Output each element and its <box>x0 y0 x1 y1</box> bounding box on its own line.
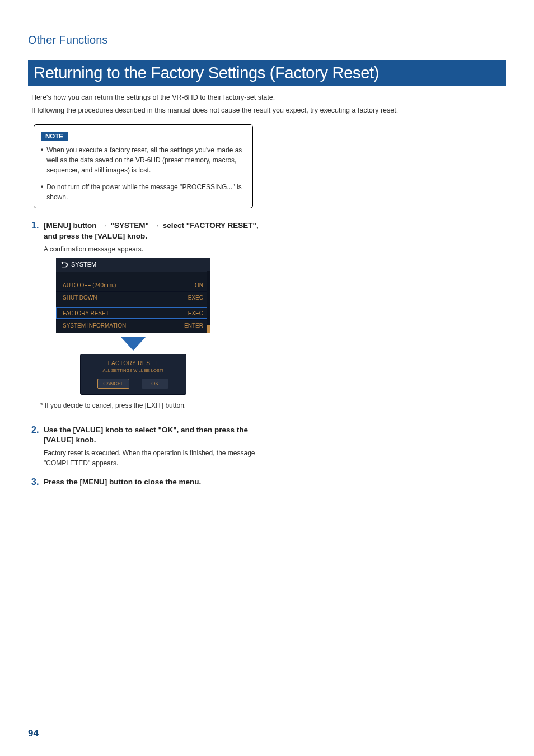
step-list: 1. [MENU] button → "SYSTEM" → select "FA… <box>31 221 262 490</box>
page-number: 94 <box>28 728 39 739</box>
section-header: Other Functions <box>28 34 506 48</box>
step-title: Press the [MENU] button to close the men… <box>44 477 262 488</box>
bullet-icon: • <box>41 182 46 202</box>
step-3: 3. Press the [MENU] button to close the … <box>31 477 262 490</box>
menu-row-label: SYSTEM INFORMATION <box>63 323 126 329</box>
footnote: * If you decide to cancel, press the [EX… <box>40 402 262 409</box>
factory-reset-dialog: FACTORY RESET ALL SETTINGS WILL BE LOST!… <box>80 354 186 395</box>
step-title: [MENU] button → "SYSTEM" → select "FACTO… <box>44 221 262 242</box>
step-1: 1. [MENU] button → "SYSTEM" → select "FA… <box>31 221 262 419</box>
ok-button: OK <box>142 379 168 389</box>
menu-row-label: AUTO OFF (240min.) <box>63 282 116 288</box>
dialog-buttons: CANCEL OK <box>86 379 180 389</box>
menu-row-value: ON <box>195 282 203 288</box>
note-text: When you execute a factory reset, all th… <box>46 145 246 175</box>
step-number: 1. <box>31 221 44 231</box>
menu-row-label: SHUT DOWN <box>63 295 97 301</box>
intro-line-1: Here's how you can return the settings o… <box>31 92 506 103</box>
screenshot-body: AUTO OFF (240min.) ON SHUT DOWN EXEC FAC… <box>56 272 210 333</box>
dialog-title: FACTORY RESET <box>86 360 180 366</box>
menu-row-value: EXEC <box>188 310 203 316</box>
arrow-right-icon: → <box>151 221 161 230</box>
arrow-right-icon: → <box>99 221 109 230</box>
menu-row-value: ENTER <box>184 323 203 329</box>
intro-line-2: If following the procedures described in… <box>31 105 506 116</box>
scrollbar-thumb <box>207 325 210 333</box>
screenshot-header: ⮌ SYSTEM <box>56 258 210 272</box>
note-list: • When you execute a factory reset, all … <box>41 145 246 202</box>
step-title: Use the [VALUE] knob to select "OK", and… <box>44 425 262 446</box>
note-item: • When you execute a factory reset, all … <box>41 145 246 175</box>
system-menu-screenshot: ⮌ SYSTEM AUTO OFF (240min.) ON SHUT DOWN… <box>56 258 210 395</box>
dialog-subtitle: ALL SETTINGS WILL BE LOST! <box>86 368 180 373</box>
step-desc: Factory reset is executed. When the oper… <box>44 448 262 468</box>
step-number: 2. <box>31 425 44 435</box>
step-title-part: [MENU] button <box>44 221 99 230</box>
menu-row-system-info: SYSTEM INFORMATION ENTER <box>56 319 210 332</box>
menu-row-shut-down: SHUT DOWN EXEC <box>56 291 210 304</box>
main-title: Returning to the Factory Settings (Facto… <box>28 60 506 86</box>
menu-row-auto-off: AUTO OFF (240min.) ON <box>56 279 210 291</box>
note-box: NOTE • When you execute a factory reset,… <box>34 124 253 208</box>
menu-row-factory-reset: FACTORY RESET EXEC <box>56 307 210 319</box>
back-arrow-icon: ⮌ <box>60 260 68 269</box>
chevron-down-icon <box>121 337 146 351</box>
step-title-part: "SYSTEM" <box>110 221 151 230</box>
menu-row-label: FACTORY RESET <box>63 310 109 316</box>
menu-row-value: EXEC <box>188 295 203 301</box>
note-item: • Do not turn off the power while the me… <box>41 182 246 202</box>
bullet-icon: • <box>41 145 46 175</box>
scrollbar <box>207 271 210 333</box>
note-text: Do not turn off the power while the mess… <box>46 182 246 202</box>
note-badge: NOTE <box>41 132 68 141</box>
step-2: 2. Use the [VALUE] knob to select "OK", … <box>31 425 262 472</box>
screenshot-header-text: SYSTEM <box>71 261 96 268</box>
step-number: 3. <box>31 477 44 487</box>
cancel-button: CANCEL <box>97 379 129 389</box>
step-desc: A confirmation message appears. <box>44 244 262 254</box>
